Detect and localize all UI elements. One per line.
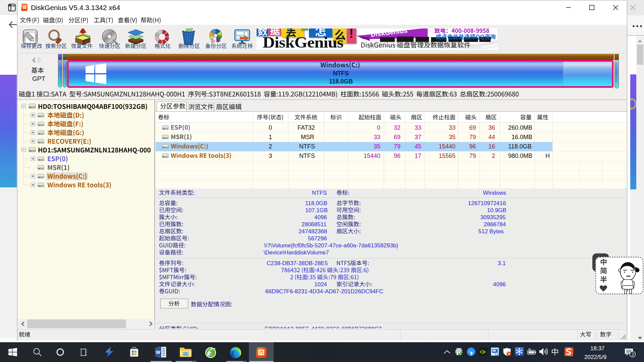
svg-text:2: 2 — [632, 352, 634, 357]
svg-text:W: W — [156, 350, 161, 355]
svg-text:intel: intel — [495, 353, 498, 355]
